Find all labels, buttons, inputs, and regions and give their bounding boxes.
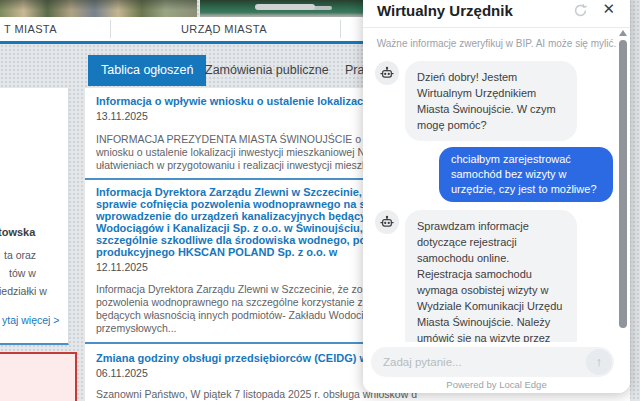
tab-tablica-ogloszen[interactable]: Tablica ogłoszeń <box>88 55 206 86</box>
send-button[interactable]: ↑ <box>586 349 612 375</box>
send-arrow-icon: ↑ <box>596 354 603 369</box>
bot-message-text: Sprawdzam informacje dotyczące rejestrac… <box>417 220 562 342</box>
chat-question-input[interactable] <box>383 347 573 377</box>
scroll-up-arrow-icon[interactable] <box>619 30 627 36</box>
banner-photo-street <box>0 0 197 17</box>
chat-input-pill: ↑ <box>371 347 614 377</box>
sidebar-heading-fragment: towska <box>0 226 35 238</box>
bot-message: Dzień dobry! Jestem Wirtualnym Urzędniki… <box>375 61 600 141</box>
bot-avatar <box>375 61 399 85</box>
bot-bubble: Sprawdzam informacje dotyczące rejestrac… <box>405 210 577 342</box>
banner-photo-harbor <box>200 0 363 18</box>
chat-scrollbar[interactable] <box>618 30 628 362</box>
chatbot-title: Wirtualny Urzędnik <box>377 2 513 19</box>
sidebar-text-fragment: iedziałki w <box>0 285 47 297</box>
page: T MIASTA URZĄD MIASTA Tablica ogłoszeń Z… <box>0 0 640 401</box>
bot-message: Sprawdzam informacje dotyczące rejestrac… <box>375 210 600 342</box>
robot-icon <box>380 215 394 229</box>
chat-input-bar: ↑ Powered by Local Edge <box>363 342 630 393</box>
chat-disclaimer: Ważne informacje zweryfikuj w BIP. AI mo… <box>363 38 630 49</box>
powered-by-label: Powered by Local Edge <box>363 379 630 390</box>
sidebar-text-fragment: tów w <box>9 267 36 279</box>
site-navbar: T MIASTA URZĄD MIASTA <box>0 17 363 44</box>
sidebar-text-fragment: ta oraz <box>4 249 36 261</box>
sidebar-widget: towska ta oraz tów w iedziałki w ytaj wi… <box>0 88 69 345</box>
nav-separator <box>110 20 111 38</box>
close-icon[interactable]: ✕ <box>602 0 615 18</box>
chat-messages-area[interactable]: Ważne informacje zweryfikuj w BIP. AI mo… <box>363 28 630 342</box>
scrollbar-thumb[interactable] <box>619 40 627 328</box>
nav-tab-urzad-miasta[interactable]: URZĄD MIASTA <box>181 23 267 35</box>
refresh-icon[interactable] <box>573 3 588 18</box>
user-bubble: chciałbym zarejestrować samochód bez wiz… <box>439 147 613 202</box>
tab-zamowienia-publiczne[interactable]: Zamówienia publiczne <box>205 55 329 86</box>
header-photo-banner <box>0 0 363 17</box>
nav-tab-miasta[interactable]: T MIASTA <box>4 23 57 35</box>
user-message: chciałbym zarejestrować samochód bez wiz… <box>403 147 613 202</box>
robot-icon <box>380 66 394 80</box>
bot-bubble: Dzień dobry! Jestem Wirtualnym Urzędniki… <box>405 61 577 141</box>
bot-avatar <box>375 210 399 234</box>
alert-box <box>0 352 77 401</box>
nav-separator <box>340 20 341 38</box>
chatbot-panel: Wirtualny Urzędnik ✕ Ważne informacje zw… <box>363 0 630 393</box>
boat-image <box>255 4 315 10</box>
read-more-link[interactable]: ytaj więcej > <box>2 314 59 326</box>
chatbot-header: Wirtualny Urzędnik ✕ <box>363 0 630 28</box>
